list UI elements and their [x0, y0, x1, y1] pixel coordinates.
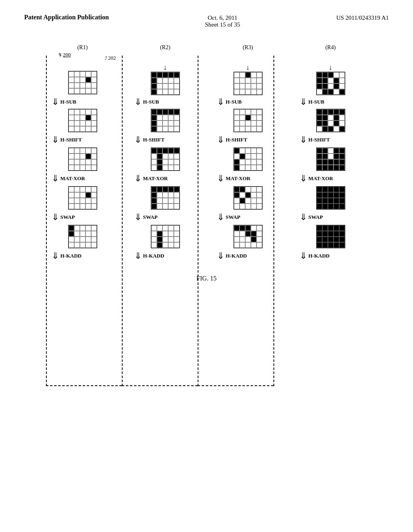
- col-header-r1: (R1): [48, 44, 117, 51]
- publication-date: Oct. 6, 2011 Sheet 15 of 35: [205, 13, 240, 28]
- op-row-hkadd: ⇓ H-KADD ⇓ H-KADD ⇓ H-KADD ⇓ H-KADD: [41, 248, 372, 264]
- matrix-r1-1: [48, 109, 117, 132]
- op-row-matxor: ⇓ MAT-XOR ⇓ MAT-XOR ⇓ MAT-XOR ⇓ MAT-XOR: [41, 171, 372, 186]
- matrix-r4-1: [296, 109, 365, 132]
- col-header-r3: (R3): [214, 44, 282, 51]
- publication-title: Patent Application Publication: [24, 13, 109, 22]
- matrix-r2-1: [131, 109, 200, 132]
- ref-202-label: ⤴ 202: [105, 55, 116, 61]
- col-header-r2: (R2): [131, 44, 200, 51]
- matrix-r1-2: [48, 148, 117, 171]
- ref-200-label: ↯ 200: [58, 52, 71, 58]
- op-row-hsub: ⇓ H-SUB ⇓ H-SUB ⇓ H-SUB ⇓ H-SUB: [41, 95, 372, 109]
- matrix-r3-4: [214, 225, 282, 248]
- matrix-r2-2: [131, 148, 200, 171]
- matrix-r4-0: ↓: [296, 64, 365, 95]
- op-row-swap: ⇓ SWAP ⇓ SWAP ⇓ SWAP ⇓ SWAP: [41, 210, 372, 225]
- figure-caption: FIG. 15: [196, 275, 217, 282]
- matrix-r2-4: [131, 225, 200, 248]
- matrix-r1-0: [48, 64, 117, 94]
- matrix-r2-3: [131, 186, 200, 210]
- arrow-r1-hsub: ⇓: [52, 98, 59, 106]
- matrix-r1-4: [48, 225, 117, 248]
- publication-number: US 2011/0243319 A1: [336, 13, 389, 21]
- matrix-r4-4: [296, 225, 365, 248]
- matrix-r4-2: [296, 148, 365, 171]
- matrix-r3-3: [214, 186, 282, 210]
- matrix-r4-3: [296, 186, 365, 210]
- matrix-r3-2: [214, 148, 282, 171]
- matrix-r3-1: [214, 109, 282, 132]
- matrix-r2-0: ↓: [131, 64, 200, 95]
- matrix-r1-3: [48, 186, 117, 210]
- matrix-r3-0: ↓: [214, 64, 282, 95]
- op-row-hshift: ⇓ H-SHIFT ⇓ H-SHIFT ⇓ H-SHIFT ⇓ H-SHIFT: [41, 132, 372, 148]
- col-header-r4: (R4): [296, 44, 365, 51]
- label-r1-hsub: H-SUB: [60, 99, 77, 105]
